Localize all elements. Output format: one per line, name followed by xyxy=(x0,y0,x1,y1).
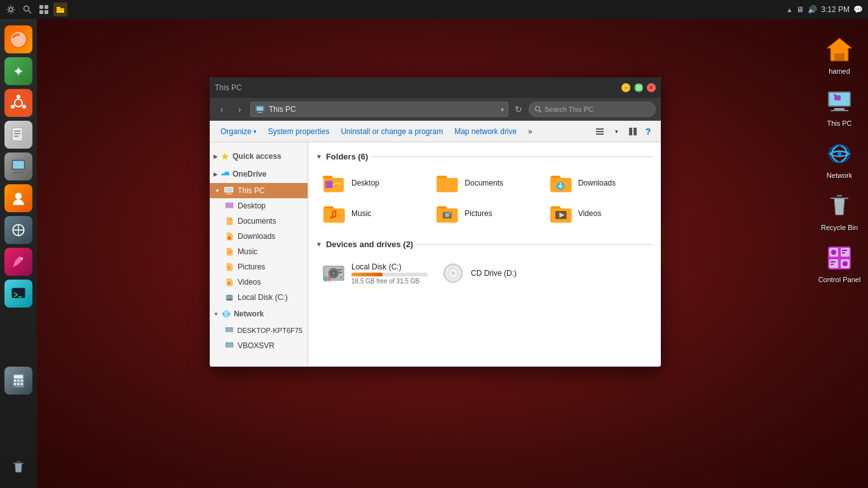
taskbar-search-icon[interactable] xyxy=(20,3,34,17)
dock-trash[interactable] xyxy=(4,454,32,482)
svg-rect-60 xyxy=(257,107,263,111)
dock-ubuntu[interactable] xyxy=(4,89,32,117)
network-icon xyxy=(824,139,855,169)
folder-item-downloads[interactable]: Downloads xyxy=(543,169,653,197)
desktop-icon-network-label: Network xyxy=(827,172,852,179)
folder-item-documents[interactable]: Documents xyxy=(429,169,539,197)
drives-chevron[interactable]: ▼ xyxy=(316,241,322,248)
folder-item-music[interactable]: Music xyxy=(316,200,426,227)
svg-rect-50 xyxy=(841,248,850,257)
folder-item-pictures[interactable]: Pictures xyxy=(429,200,539,227)
desktop-icon-control-panel[interactable]: Control Panel xyxy=(814,240,865,286)
folder-item-videos[interactable]: Videos xyxy=(543,200,653,227)
sidebar-item-local-disk[interactable]: Local Disk (C:) xyxy=(210,290,308,305)
desktop-icon-this-pc[interactable]: This PC xyxy=(814,84,865,130)
desktop-icon-home[interactable]: hamed xyxy=(814,32,865,78)
sidebar-item-desktop-kpt6f75[interactable]: DESKTOP-KPT6F75 xyxy=(210,323,308,338)
folders-chevron[interactable]: ▼ xyxy=(316,153,322,160)
sidebar-label-videos: Videos xyxy=(238,278,261,287)
svg-point-97 xyxy=(332,272,334,274)
sidebar-item-vboxsvr[interactable]: VBOXSVR xyxy=(210,338,308,353)
sidebar-label-onedrive: OneDrive xyxy=(233,170,266,179)
svg-rect-39 xyxy=(834,108,844,110)
svg-line-64 xyxy=(539,111,542,113)
desktop-icon-network[interactable]: Network xyxy=(814,136,865,182)
desktop-icon-control-panel-label: Control Panel xyxy=(818,276,861,283)
local-disk-c-label: Local Disk (C:) xyxy=(351,262,428,271)
back-button[interactable]: ‹ xyxy=(215,102,229,116)
drive-item-cd-drive-d[interactable]: CD Drive (D:) xyxy=(435,257,543,290)
taskbar-window-icon[interactable] xyxy=(37,3,51,17)
videos-folder-icon xyxy=(548,203,573,224)
taskbar-volume-icon[interactable]: 🔊 xyxy=(808,5,817,14)
sidebar-item-music[interactable]: Music xyxy=(210,244,308,259)
svg-rect-68 xyxy=(629,128,632,135)
minimize-button[interactable]: − xyxy=(621,83,630,92)
sidebar-section-quick-access[interactable]: ▶ Quick access xyxy=(210,147,308,165)
svg-point-26 xyxy=(21,257,24,260)
cd-drive-d-icon xyxy=(440,261,466,286)
view-dropdown-button[interactable]: ▾ xyxy=(609,124,624,139)
map-drive-button[interactable]: Map network drive xyxy=(449,123,522,140)
taskbar-right: ▲ 🖥 🔊 3:12 PM 💬 xyxy=(781,5,868,14)
dock-settings[interactable] xyxy=(4,57,32,85)
downloads-sidebar-icon xyxy=(225,232,234,241)
dock-calculator[interactable] xyxy=(4,367,32,395)
sidebar-item-documents[interactable]: Documents xyxy=(210,214,308,229)
svg-rect-85 xyxy=(325,181,332,188)
search-icon xyxy=(534,105,542,113)
sidebar-label-documents: Documents xyxy=(238,217,276,226)
sidebar-item-this-pc[interactable]: ▼ This PC xyxy=(210,183,308,198)
view-pane-button[interactable] xyxy=(625,124,641,139)
window-title-text: This PC xyxy=(215,83,242,92)
view-details-button[interactable] xyxy=(592,124,607,139)
folders-section-header: ▼ Folders (6) xyxy=(316,147,653,165)
sidebar-section-network[interactable]: ▼ Network xyxy=(210,305,308,323)
sidebar-item-desktop[interactable]: Desktop xyxy=(210,198,308,214)
maximize-button[interactable]: ⬜ xyxy=(634,83,643,92)
sidebar-label-downloads: Downloads xyxy=(238,232,275,241)
more-toolbar-button[interactable]: » xyxy=(522,123,538,140)
taskbar-notification[interactable]: 💬 xyxy=(853,5,863,14)
dock-contacts[interactable] xyxy=(4,184,32,212)
folders-section-label: Folders (6) xyxy=(326,152,368,161)
system-properties-button[interactable]: System properties xyxy=(262,123,336,140)
address-dropdown-icon[interactable]: ▾ xyxy=(501,106,504,113)
taskbar-file-manager-icon[interactable] xyxy=(53,3,67,17)
dock-text-editor[interactable] xyxy=(4,121,32,149)
search-box[interactable]: Search This PC xyxy=(529,102,656,117)
svg-point-56 xyxy=(843,261,848,266)
desktop-icon-recycle-bin[interactable]: Recycle Bin xyxy=(814,188,865,234)
content-area: ▶ Quick access ▶ OneDrive ▼ This PC Desk… xyxy=(210,142,661,367)
svg-point-11 xyxy=(17,95,20,98)
svg-rect-30 xyxy=(14,375,23,378)
sidebar-item-downloads[interactable]: Downloads xyxy=(210,229,308,244)
svg-rect-40 xyxy=(831,110,848,111)
dock-paint[interactable] xyxy=(4,248,32,276)
refresh-button[interactable]: ↻ xyxy=(512,103,525,116)
taskbar-clock: 3:12 PM xyxy=(821,5,850,14)
svg-point-8 xyxy=(17,69,21,74)
organize-button[interactable]: Organize ▾ xyxy=(215,123,262,140)
dock-blue-app[interactable] xyxy=(4,216,32,244)
sidebar-section-onedrive[interactable]: ▶ OneDrive xyxy=(210,165,308,183)
dock-terminal[interactable] xyxy=(4,280,32,308)
close-button[interactable]: ✕ xyxy=(647,83,656,92)
uninstall-button[interactable]: Uninstall or change a program xyxy=(335,123,449,140)
drive-item-local-disk-c[interactable]: Local Disk (C:) 18.5 GB free of 31.5 GB xyxy=(316,257,433,290)
forward-button[interactable]: › xyxy=(233,102,247,116)
help-button[interactable]: ? xyxy=(641,124,656,139)
sidebar-label-music: Music xyxy=(238,247,257,256)
taskbar-system-icon[interactable] xyxy=(4,3,18,17)
svg-rect-75 xyxy=(227,204,233,208)
dock-system[interactable] xyxy=(4,152,32,180)
address-path[interactable]: This PC ▾ xyxy=(250,102,508,117)
taskbar-network-icon[interactable]: 🖥 xyxy=(796,5,804,14)
folder-item-desktop[interactable]: Desktop xyxy=(316,169,426,197)
sidebar-item-pictures[interactable]: Pictures xyxy=(210,259,308,274)
sidebar-item-videos[interactable]: Videos xyxy=(210,274,308,290)
home-icon xyxy=(824,34,855,65)
taskbar: ▲ 🖥 🔊 3:12 PM 💬 xyxy=(0,0,868,19)
dock-firefox[interactable] xyxy=(4,25,32,53)
svg-point-63 xyxy=(536,107,540,111)
